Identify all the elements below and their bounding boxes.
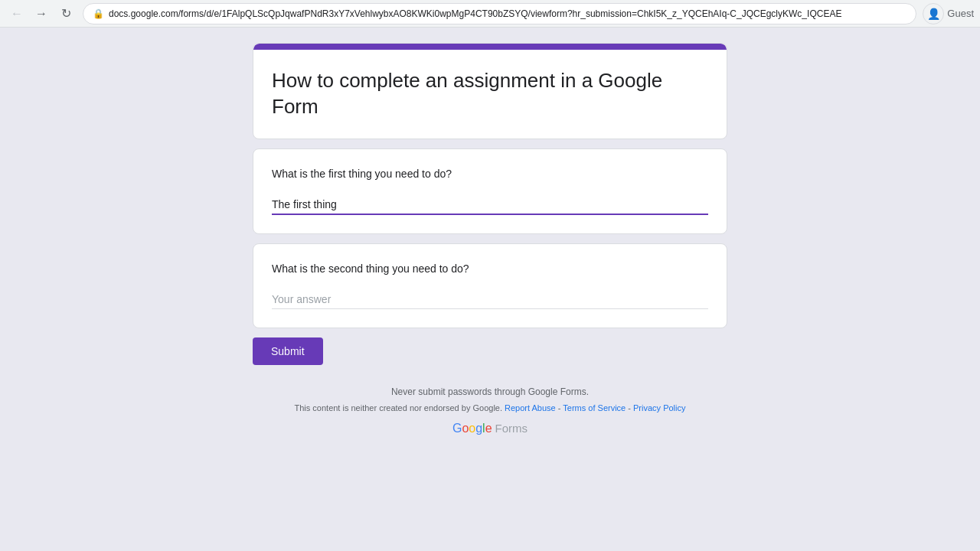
google-forms-logo: Google Forms <box>253 422 727 435</box>
nav-buttons: ← → ↻ <box>6 3 77 24</box>
page-content: How to complete an assignment in a Googl… <box>0 28 980 551</box>
address-bar[interactable]: 🔒 docs.google.com/forms/d/e/1FAlpQLScQpJ… <box>83 3 916 24</box>
forward-button[interactable]: → <box>31 3 52 24</box>
footer-warning: Never submit passwords through Google Fo… <box>253 386 727 397</box>
footer-disclaimer: This content is neither created nor endo… <box>253 403 727 412</box>
footer: Never submit passwords through Google Fo… <box>253 386 727 435</box>
question-label-2: What is the second thing you need to do? <box>272 262 708 275</box>
browser-chrome: ← → ↻ 🔒 docs.google.com/forms/d/e/1FAlpQ… <box>0 0 980 28</box>
forms-text: Forms <box>495 422 528 435</box>
form-container: How to complete an assignment in a Googl… <box>253 43 727 435</box>
title-card: How to complete an assignment in a Googl… <box>253 43 727 139</box>
google-logo-text: Google <box>452 422 492 435</box>
url-text: docs.google.com/forms/d/e/1FAlpQLScQpJqw… <box>109 8 906 19</box>
answer-input-2[interactable] <box>272 290 708 309</box>
title-card-header <box>253 44 727 50</box>
question-label-1: What is the first thing you need to do? <box>272 168 708 180</box>
question-card-1: What is the first thing you need to do? <box>253 148 727 234</box>
submit-button[interactable]: Submit <box>253 337 323 365</box>
report-abuse-link[interactable]: Report Abuse <box>505 403 556 412</box>
privacy-link[interactable]: Privacy Policy <box>633 403 685 412</box>
lock-icon: 🔒 <box>93 8 104 19</box>
form-title: How to complete an assignment in a Googl… <box>272 68 708 120</box>
terms-link[interactable]: Terms of Service <box>563 403 626 412</box>
answer-input-1[interactable] <box>272 195 708 215</box>
footer-disclaimer-text: This content is neither created nor endo… <box>295 403 503 412</box>
question-card-2: What is the second thing you need to do? <box>253 243 727 328</box>
user-icon: 👤 <box>923 3 944 24</box>
user-area: 👤 Guest <box>923 3 974 24</box>
back-button[interactable]: ← <box>6 3 28 24</box>
user-label: Guest <box>947 8 974 19</box>
title-card-body: How to complete an assignment in a Googl… <box>253 50 727 139</box>
reload-button[interactable]: ↻ <box>55 3 77 24</box>
